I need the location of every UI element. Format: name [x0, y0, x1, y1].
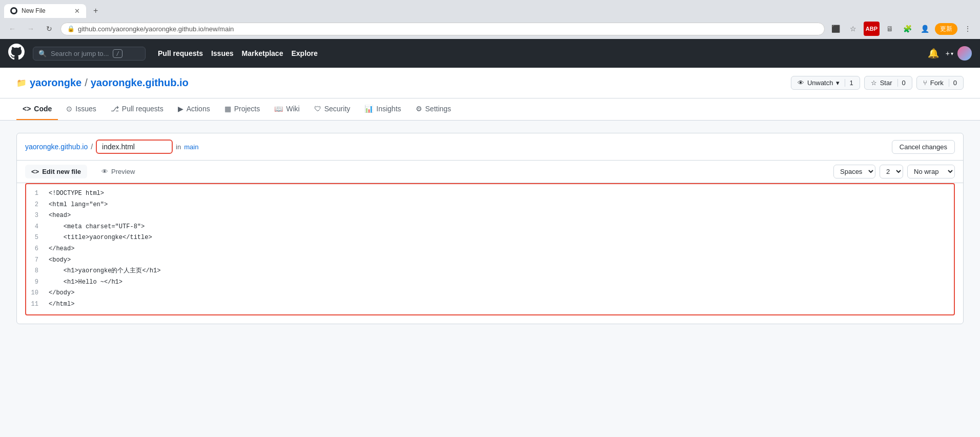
nav-issues[interactable]: Issues — [211, 49, 234, 57]
repo-header-row: 📁 yaorongke / yaorongke.github.io 👁 Unwa… — [16, 76, 964, 90]
code-line: <!DOCTYPE html> — [49, 188, 950, 200]
preview-tab-label: Preview — [111, 168, 135, 175]
screenshot-icon[interactable]: ⬛ — [829, 22, 843, 36]
fork-button[interactable]: ⑂ Fork 0 — [916, 76, 964, 90]
watch-label: Unwatch — [807, 79, 833, 87]
cancel-changes-button[interactable]: Cancel changes — [892, 140, 955, 154]
projects-nav-label: Projects — [234, 105, 260, 113]
tab-close-button[interactable]: ✕ — [74, 7, 80, 15]
browser-chrome: New File ✕ + ← → ↻ 🔒 github.com/yaorongk… — [0, 0, 980, 39]
repo-breadcrumb-link[interactable]: yaorongke.github.io — [25, 143, 88, 151]
file-path-bar: yaorongke.github.io / in main Cancel cha… — [17, 133, 963, 160]
edit-tab[interactable]: <> Edit new file — [25, 165, 87, 178]
github-nav: Pull requests Issues Marketplace Explore — [158, 49, 318, 57]
nav-actions[interactable]: ▶ Actions — [172, 98, 216, 120]
wrap-select[interactable]: No wrap Soft wrap — [907, 165, 955, 178]
star-button[interactable]: ☆ Star 0 — [864, 76, 912, 90]
code-line: <title>yaorongke</title> — [49, 232, 950, 244]
code-line: <h1>yaorongke的个人主页</h1> — [49, 266, 950, 277]
github-search[interactable]: 🔍 Search or jump to... / — [33, 47, 146, 61]
nav-settings[interactable]: ⚙ Settings — [410, 98, 458, 120]
nav-projects[interactable]: ▦ Projects — [218, 98, 267, 120]
pr-nav-label: Pull requests — [122, 105, 164, 113]
breadcrumb-separator: / — [85, 77, 88, 89]
watch-dropdown-icon: ▾ — [836, 79, 840, 87]
breadcrumb: 📁 yaorongke / yaorongke.github.io — [16, 77, 189, 89]
star-label: Star — [880, 79, 892, 87]
indent-select[interactable]: 2 4 8 — [880, 165, 903, 178]
github-logo[interactable] — [8, 44, 25, 63]
browser-tab-bar: New File ✕ + — [0, 0, 980, 18]
branch-name: main — [184, 143, 198, 151]
nav-wiki[interactable]: 📖 Wiki — [268, 98, 305, 120]
file-name-input[interactable] — [96, 140, 173, 154]
wiki-nav-label: Wiki — [286, 105, 299, 113]
abp-icon[interactable]: ABP — [864, 22, 880, 36]
code-line: </body> — [49, 288, 950, 299]
user-avatar[interactable] — [957, 46, 972, 61]
bookmark-icon[interactable]: ☆ — [846, 22, 861, 36]
unwatch-button[interactable]: 👁 Unwatch ▾ 1 — [791, 76, 860, 90]
forward-button[interactable]: → — [24, 22, 38, 36]
file-editor-container: yaorongke.github.io / in main Cancel cha… — [16, 133, 964, 324]
star-icon: ☆ — [871, 79, 877, 87]
monitor-icon[interactable]: 🖥 — [883, 22, 897, 36]
lock-icon: 🔒 — [67, 25, 75, 32]
tab-favicon — [10, 7, 17, 14]
new-tab-button[interactable]: + — [88, 3, 103, 18]
code-nav-label: Code — [34, 105, 52, 113]
code-line: <h1>Hello ~</h1> — [49, 277, 950, 288]
file-path-separator: / — [91, 143, 93, 151]
preview-tab-icon: 👁 — [101, 168, 108, 175]
code-content[interactable]: <!DOCTYPE html><html lang="en"><head> <m… — [45, 188, 954, 310]
puzzle-icon[interactable]: 🧩 — [900, 22, 914, 36]
reload-button[interactable]: ↻ — [42, 22, 56, 36]
profile-icon[interactable]: 👤 — [917, 22, 932, 36]
nav-insights[interactable]: 📊 Insights — [358, 98, 407, 120]
github-header: 🔍 Search or jump to... / Pull requests I… — [0, 39, 980, 68]
nav-code[interactable]: <> Code — [16, 98, 58, 120]
update-button[interactable]: 更新 — [935, 23, 957, 35]
search-shortcut: / — [113, 49, 122, 58]
repo-owner-link[interactable]: yaorongke — [30, 77, 81, 89]
repo-name-link[interactable]: yaorongke.github.io — [91, 77, 189, 89]
nav-issues[interactable]: ⊙ Issues — [60, 98, 102, 120]
nav-pull-requests[interactable]: Pull requests — [158, 49, 203, 57]
pr-nav-icon: ⎇ — [111, 105, 119, 113]
nav-marketplace[interactable]: Marketplace — [242, 49, 283, 57]
back-button[interactable]: ← — [5, 22, 19, 36]
browser-toolbar-right: ⬛ ☆ ABP 🖥 🧩 👤 更新 ⋮ — [829, 22, 975, 36]
preview-tab[interactable]: 👁 Preview — [95, 165, 141, 178]
settings-nav-icon: ⚙ — [416, 105, 422, 113]
security-nav-icon: 🛡 — [314, 105, 321, 113]
nav-pull-requests[interactable]: ⎇ Pull requests — [105, 98, 170, 120]
editor-toolbar-right: Spaces Tabs 2 4 8 No wrap Soft wrap — [833, 165, 955, 178]
code-line: <head> — [49, 210, 950, 222]
code-line: <body> — [49, 255, 950, 266]
main-content: yaorongke.github.io / in main Cancel cha… — [0, 121, 980, 428]
browser-toolbar: ← → ↻ 🔒 github.com/yaorongke/yaorongke.g… — [0, 18, 980, 39]
address-bar[interactable]: 🔒 github.com/yaorongke/yaorongke.github.… — [60, 23, 825, 35]
security-nav-label: Security — [324, 105, 351, 113]
browser-tab[interactable]: New File ✕ — [4, 4, 86, 18]
editor-toolbar: <> Edit new file 👁 Preview Spaces Tabs 2… — [17, 160, 963, 183]
url-text: github.com/yaorongke/yaorongke.github.io… — [78, 25, 234, 33]
create-new-button[interactable]: + ▾ — [946, 49, 953, 57]
spaces-select[interactable]: Spaces Tabs — [833, 165, 875, 178]
code-line: <html lang="en"> — [49, 200, 950, 211]
menu-icon[interactable]: ⋮ — [961, 22, 975, 36]
branch-in-label: in — [176, 143, 181, 151]
line-numbers: 1 2 3 4 5 6 7 8 9 10 11 — [26, 188, 45, 310]
nav-security[interactable]: 🛡 Security — [308, 98, 357, 120]
insights-nav-label: Insights — [376, 105, 401, 113]
watch-count: 1 — [845, 79, 853, 87]
notifications-icon[interactable]: 🔔 — [925, 45, 942, 62]
repo-nav: <> Code ⊙ Issues ⎇ Pull requests ▶ Actio… — [0, 98, 980, 121]
repo-header: 📁 yaorongke / yaorongke.github.io 👁 Unwa… — [0, 68, 980, 98]
repo-action-buttons: 👁 Unwatch ▾ 1 ☆ Star 0 ⑂ Fork 0 — [791, 76, 964, 90]
watch-icon: 👁 — [798, 79, 804, 87]
nav-explore[interactable]: Explore — [291, 49, 317, 57]
actions-nav-icon: ▶ — [178, 105, 183, 113]
code-editor[interactable]: 1 2 3 4 5 6 7 8 9 10 11 <!DOCTYPE html><… — [25, 183, 955, 315]
tab-title: New File — [22, 7, 46, 14]
